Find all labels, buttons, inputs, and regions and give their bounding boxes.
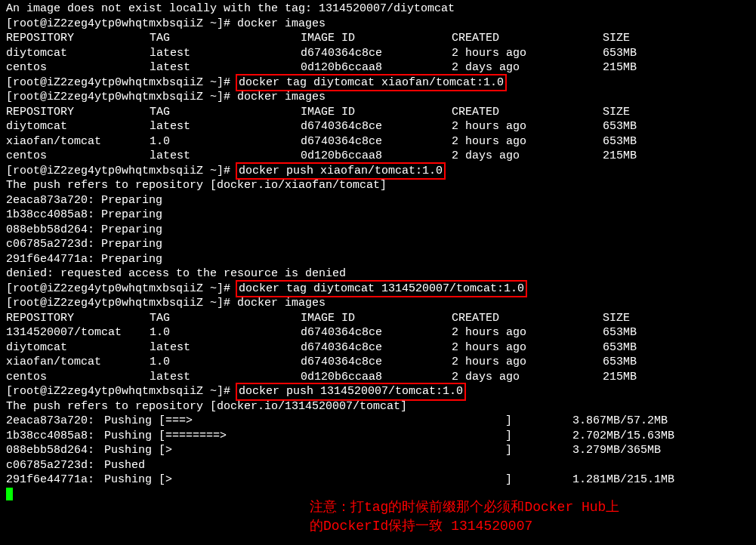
cell-tag: 1.0 — [150, 325, 301, 340]
highlighted-command: docker tag diytomcat xiaofan/tomcat:1.0 — [236, 74, 507, 92]
table-row: xiaofan/tomcat1.0d6740364c8ce2 hours ago… — [6, 355, 750, 370]
cell-imgid: d6740364c8ce — [301, 355, 452, 370]
prompt-line: [root@iZ2zeg4ytp0whqtmxbsqiiZ ~]# docker… — [6, 384, 750, 399]
header-tag: TAG — [150, 31, 301, 46]
table-row: diytomcatlatestd6740364c8ce2 hours ago65… — [6, 340, 750, 356]
pushing-line: c06785a2723d:Pushed — [6, 458, 750, 473]
cell-repo: 1314520007/tomcat — [6, 325, 150, 340]
progress-size: 3.867MB/57.2MB — [551, 414, 668, 429]
progress-bar: [========> ] — [159, 429, 551, 444]
push-status: Pushed — [104, 458, 145, 473]
progress-bar: [===> ] — [159, 414, 551, 429]
progress-size: 2.702MB/15.63MB — [551, 429, 674, 444]
cell-created: 2 hours ago — [452, 46, 603, 61]
cell-created: 2 days ago — [452, 370, 603, 385]
table-row: xiaofan/tomcat1.0d6740364c8ce2 hours ago… — [6, 134, 750, 149]
push-refers: The push refers to repository [docker.io… — [6, 399, 750, 414]
cell-imgid: d6740364c8ce — [301, 46, 452, 61]
cell-repo: centos — [6, 370, 150, 385]
header-size: SIZE — [603, 31, 678, 46]
cell-created: 2 hours ago — [452, 119, 603, 134]
cell-repo: xiaofan/tomcat — [6, 134, 150, 149]
error-line: An image does not exist locally with the… — [6, 2, 750, 17]
prompt-line: [root@iZ2zeg4ytp0whqtmxbsqiiZ ~]# docker… — [6, 90, 750, 105]
push-status: Pushing — [104, 443, 159, 458]
table-row: diytomcatlatestd6740364c8ce2 hours ago65… — [6, 119, 750, 134]
highlighted-command: docker tag diytomcat 1314520007/tomcat:1… — [236, 280, 527, 298]
annotation-text: 注意：打tag的时候前缀那个必须和Docker Hub上 的DockerId保持… — [310, 498, 619, 536]
cell-size: 653MB — [603, 355, 678, 370]
progress-size: 3.279MB/365MB — [551, 443, 661, 458]
layer-id: 1b38cc4085a8: — [6, 429, 104, 444]
cell-tag: latest — [150, 119, 301, 134]
cell-repo: xiaofan/tomcat — [6, 355, 150, 370]
highlighted-command: docker push 1314520007/tomcat:1.0 — [236, 383, 466, 401]
cell-repo: centos — [6, 60, 150, 75]
layer-id: 088ebb58d264: — [6, 443, 104, 458]
cursor-icon — [6, 488, 13, 500]
highlighted-command: docker push xiaofan/tomcat:1.0 — [236, 162, 446, 180]
table-row: diytomcatlatestd6740364c8ce2 hours ago65… — [6, 46, 750, 61]
preparing-line: 2eaca873a720: Preparing — [6, 193, 750, 208]
cell-tag: 1.0 — [150, 355, 301, 370]
progress-bar: [> ] — [159, 443, 551, 458]
annotation-line1: 注意：打tag的时候前缀那个必须和Docker Hub上 — [310, 498, 619, 517]
pushing-line: 1b38cc4085a8:Pushing [========> ] 2.702M… — [6, 429, 750, 444]
cell-tag: 1.0 — [150, 134, 301, 149]
cell-repo: centos — [6, 149, 150, 164]
prompt-line: [root@iZ2zeg4ytp0whqtmxbsqiiZ ~]# docker… — [6, 282, 750, 297]
cell-size: 653MB — [603, 46, 678, 61]
cell-size: 653MB — [603, 119, 678, 134]
push-status: Pushing — [104, 473, 159, 488]
cell-size: 215MB — [603, 60, 678, 75]
cell-repo: diytomcat — [6, 46, 150, 61]
cell-imgid: d6740364c8ce — [301, 325, 452, 340]
layer-id: c06785a2723d: — [6, 458, 104, 473]
cell-created: 2 hours ago — [452, 340, 603, 356]
progress-bar: [> ] — [159, 473, 551, 488]
cell-size: 653MB — [603, 340, 678, 356]
prompt-line: [root@iZ2zeg4ytp0whqtmxbsqiiZ ~]# docker… — [6, 75, 750, 91]
cell-size: 653MB — [603, 134, 678, 149]
cell-size: 215MB — [603, 370, 678, 385]
push-status: Pushing — [104, 429, 159, 444]
pushing-line: 2eaca873a720:Pushing [===> ] 3.867MB/57.… — [6, 414, 750, 429]
cell-imgid: d6740364c8ce — [301, 134, 452, 149]
cell-repo: diytomcat — [6, 119, 150, 134]
prompt-line: [root@iZ2zeg4ytp0whqtmxbsqiiZ ~]# docker… — [6, 17, 750, 32]
cell-tag: latest — [150, 46, 301, 61]
preparing-line: 088ebb58d264: Preparing — [6, 223, 750, 238]
table-header: REPOSITORY TAG IMAGE ID CREATED SIZE — [6, 31, 750, 46]
pushing-line: 291f6e44771a:Pushing [> ] 1.281MB/215.1M… — [6, 473, 750, 488]
terminal-output: An image does not exist locally with the… — [6, 2, 750, 502]
cell-repo: diytomcat — [6, 340, 150, 356]
header-created: CREATED — [452, 31, 603, 46]
table-header: REPOSITORY TAG IMAGE ID CREATED SIZE — [6, 105, 750, 120]
layer-id: 2eaca873a720: — [6, 414, 104, 429]
cell-created: 2 hours ago — [452, 355, 603, 370]
pushing-line: 088ebb58d264:Pushing [> ] 3.279MB/365MB — [6, 443, 750, 458]
progress-size: 1.281MB/215.1MB — [551, 473, 674, 488]
cell-imgid: d6740364c8ce — [301, 340, 452, 356]
cell-tag: latest — [150, 340, 301, 356]
prompt-line: [root@iZ2zeg4ytp0whqtmxbsqiiZ ~]# docker… — [6, 296, 750, 311]
cell-size: 215MB — [603, 149, 678, 164]
header-repo: REPOSITORY — [6, 31, 150, 46]
preparing-line: 1b38cc4085a8: Preparing — [6, 208, 750, 223]
push-refers: The push refers to repository [docker.io… — [6, 178, 750, 193]
prompt-line: [root@iZ2zeg4ytp0whqtmxbsqiiZ ~]# docker… — [6, 164, 750, 179]
preparing-line: 291f6e44771a: Preparing — [6, 252, 750, 267]
header-imgid: IMAGE ID — [301, 31, 452, 46]
annotation-line2: 的DockerId保持一致 1314520007 — [310, 517, 619, 536]
cell-size: 653MB — [603, 325, 678, 340]
table-header: REPOSITORY TAG IMAGE ID CREATED SIZE — [6, 311, 750, 326]
preparing-line: c06785a2723d: Preparing — [6, 237, 750, 252]
cell-created: 2 hours ago — [452, 325, 603, 340]
cell-created: 2 hours ago — [452, 134, 603, 149]
push-status: Pushing — [104, 414, 159, 429]
cell-created: 2 days ago — [452, 149, 603, 164]
layer-id: 291f6e44771a: — [6, 473, 104, 488]
table-row: 1314520007/tomcat1.0d6740364c8ce2 hours … — [6, 325, 750, 340]
cell-imgid: d6740364c8ce — [301, 119, 452, 134]
